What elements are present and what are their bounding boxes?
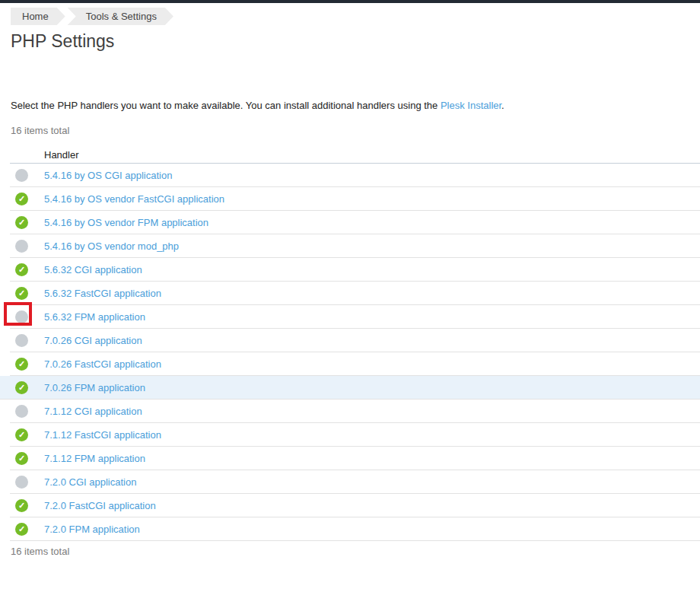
status-icon[interactable]	[15, 263, 28, 276]
top-accent-bar	[0, 0, 700, 3]
handler-link[interactable]: 5.4.16 by OS vendor mod_php	[44, 240, 179, 252]
table-row: 7.2.0 FPM application	[10, 517, 700, 541]
handler-link[interactable]: 7.2.0 FastCGI application	[44, 500, 156, 511]
status-icon[interactable]	[15, 169, 28, 182]
handler-link[interactable]: 5.6.32 FastCGI application	[44, 288, 161, 299]
status-icon[interactable]	[15, 405, 28, 418]
status-icon-wrap	[15, 381, 28, 394]
status-icon-wrap	[15, 263, 28, 276]
intro-text: Select the PHP handlers you want to make…	[11, 100, 700, 112]
items-count-bottom: 16 items total	[11, 546, 700, 557]
intro-text-after: .	[501, 100, 504, 111]
status-icon-wrap	[15, 334, 28, 347]
breadcrumb: Home Tools & Settings	[11, 8, 700, 25]
handler-link[interactable]: 5.4.16 by OS vendor FPM application	[44, 217, 208, 228]
plesk-installer-link[interactable]: Plesk Installer	[441, 100, 501, 111]
table-row: 7.2.0 FastCGI application	[10, 494, 700, 517]
table-row: 5.6.32 FPM application	[10, 305, 700, 329]
status-icon[interactable]	[15, 381, 28, 394]
table-row: 7.0.26 FastCGI application	[10, 352, 700, 376]
table-row: 5.6.32 FastCGI application	[10, 282, 700, 305]
status-icon[interactable]	[15, 310, 28, 323]
handler-link[interactable]: 7.0.26 FastCGI application	[44, 358, 161, 370]
handler-link[interactable]: 7.0.26 FPM application	[44, 382, 145, 393]
status-icon[interactable]	[15, 216, 28, 229]
table-row: 7.1.12 FastCGI application	[10, 423, 700, 447]
table-row: 7.0.26 FPM application	[0, 376, 700, 400]
handler-link[interactable]: 7.1.12 FPM application	[44, 453, 145, 464]
handler-link[interactable]: 7.0.26 CGI application	[44, 335, 142, 346]
status-icon[interactable]	[15, 193, 28, 205]
status-icon[interactable]	[15, 523, 28, 536]
status-icon-wrap	[15, 193, 28, 205]
table-row: 7.1.12 CGI application	[10, 400, 700, 423]
handlers-table: Handler 5.4.16 by OS CGI application 5.4…	[10, 147, 700, 541]
status-icon-wrap	[15, 358, 28, 371]
items-count-top: 16 items total	[11, 125, 700, 136]
column-header-handler: Handler	[10, 147, 700, 164]
table-row: 7.0.26 CGI application	[10, 329, 700, 352]
breadcrumb-item-home[interactable]: Home	[11, 8, 65, 25]
status-icon-wrap	[15, 405, 28, 418]
status-icon[interactable]	[15, 334, 28, 347]
status-icon-wrap	[15, 216, 28, 229]
handler-link[interactable]: 7.1.12 FastCGI application	[44, 429, 161, 441]
status-icon[interactable]	[15, 240, 28, 253]
status-icon-wrap	[15, 169, 28, 182]
status-icon-wrap	[15, 452, 28, 465]
status-icon-wrap	[15, 428, 28, 441]
status-icon-wrap	[15, 287, 28, 300]
breadcrumb-item-tools-settings[interactable]: Tools & Settings	[68, 8, 173, 25]
table-row: 5.4.16 by OS CGI application	[10, 164, 700, 187]
table-row: 7.2.0 CGI application	[10, 470, 700, 494]
table-row: 5.4.16 by OS vendor mod_php	[10, 234, 700, 258]
status-icon[interactable]	[15, 476, 28, 489]
table-row: 7.1.12 FPM application	[10, 447, 700, 470]
status-icon-wrap	[15, 499, 28, 512]
table-row: 5.6.32 CGI application	[10, 258, 700, 282]
status-icon[interactable]	[15, 358, 28, 371]
table-row: 5.4.16 by OS vendor FPM application	[10, 211, 700, 234]
handler-link[interactable]: 5.6.32 FPM application	[44, 311, 145, 323]
handler-link[interactable]: 5.4.16 by OS CGI application	[44, 170, 172, 181]
status-icon-wrap	[15, 310, 28, 323]
status-icon-wrap	[15, 240, 28, 253]
handler-link[interactable]: 7.2.0 FPM application	[44, 524, 140, 535]
handler-link[interactable]: 5.6.32 CGI application	[44, 264, 142, 275]
status-icon[interactable]	[15, 428, 28, 441]
status-icon[interactable]	[15, 452, 28, 465]
intro-text-before: Select the PHP handlers you want to make…	[11, 100, 441, 111]
status-icon[interactable]	[15, 499, 28, 512]
status-icon[interactable]	[15, 287, 28, 300]
status-icon-wrap	[15, 476, 28, 489]
handler-link[interactable]: 7.1.12 CGI application	[44, 406, 142, 417]
handler-link[interactable]: 5.4.16 by OS vendor FastCGI application	[44, 193, 224, 205]
page-title: PHP Settings	[11, 30, 700, 52]
handler-link[interactable]: 7.2.0 CGI application	[44, 476, 136, 488]
status-icon-wrap	[15, 523, 28, 536]
table-row: 5.4.16 by OS vendor FastCGI application	[10, 187, 700, 211]
